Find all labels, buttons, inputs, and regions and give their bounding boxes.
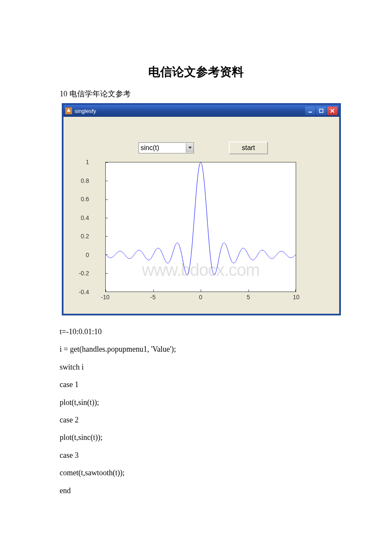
y-tick-label: -0.4 [74,289,89,295]
dropdown-value: sinc(t) [139,144,186,152]
y-tick-label: 0.8 [74,177,89,184]
y-tick-label: 0.2 [74,233,89,240]
code-line: plot(t,sinc(t)); [60,429,392,446]
window-controls [305,107,337,115]
code-line: case 2 [60,411,392,429]
code-line: plot(t,sin(t)); [60,394,392,411]
subtitle: 10 电信学年论文参考 [0,89,392,99]
code-line: case 3 [60,447,392,464]
x-tick-label: 10 [293,294,300,301]
page-title: 电信论文参考资料 [0,0,392,89]
matlab-figure-window: singlesfy sinc(t) start 1 0.8 0.6 0. [62,103,341,315]
titlebar: singlesfy [63,105,339,117]
x-tick-label: 0 [199,294,202,301]
x-tick-label: 5 [247,294,250,301]
sinc-curve [106,162,296,292]
y-tick-label: 0 [74,251,89,258]
code-line: case 1 [60,376,392,393]
plot-axes: www.bdocx.com [105,162,296,292]
start-button[interactable]: start [229,142,268,154]
window-title: singlesfy [75,108,305,114]
y-tick-label: 0.6 [74,196,89,202]
y-tick-label: 1 [74,159,89,165]
svg-rect-1 [320,109,323,113]
function-dropdown[interactable]: sinc(t) [138,142,194,153]
y-tick-label: 0.4 [74,214,89,221]
code-line: end [60,482,392,500]
chevron-down-icon [186,143,193,153]
matlab-icon [65,107,72,114]
close-button[interactable] [327,107,337,115]
code-line: switch i [60,358,392,376]
x-tick-label: -10 [101,294,110,301]
code-line: i = get(handles.popupmenu1, 'Value'); [60,341,392,358]
y-tick-label: -0.2 [74,270,89,277]
gui-panel: sinc(t) start 1 0.8 0.6 0.4 0.2 0 -0.2 -… [63,117,339,314]
svg-rect-0 [308,112,312,113]
x-tick-label: -5 [150,294,156,301]
code-line: t=-10:0.01:10 [60,323,392,341]
code-line: comet(t,sawtooth(t)); [60,464,392,482]
code-block: t=-10:0.01:10 i = get(handles.popupmenu1… [0,315,392,500]
maximize-button[interactable] [316,107,326,115]
minimize-button[interactable] [305,107,315,115]
